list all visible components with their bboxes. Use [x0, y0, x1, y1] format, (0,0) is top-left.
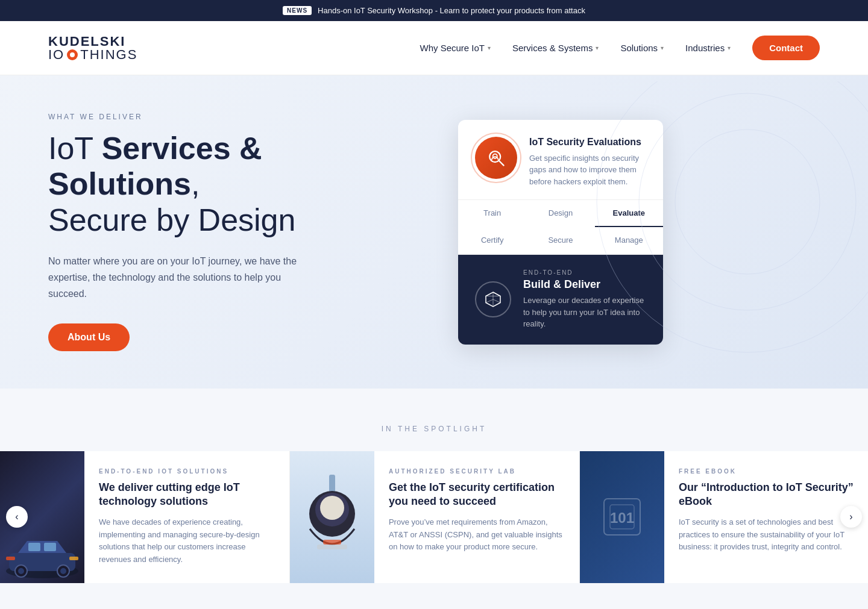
- hero-right: IoT Security Evaluations Get specific in…: [458, 120, 663, 345]
- svg-rect-6: [44, 543, 56, 551]
- svg-rect-13: [329, 475, 335, 493]
- hero-title-plain: IoT: [48, 131, 102, 166]
- hero-title-line2: Secure by Design: [48, 202, 295, 237]
- svg-rect-12: [69, 557, 78, 560]
- nav-solutions[interactable]: Solutions ▾: [620, 43, 664, 53]
- logo-iot: IO THINGS: [48, 48, 137, 61]
- tab-evaluate[interactable]: Evaluate: [595, 200, 663, 227]
- hero-title: IoT Services & Solutions, Secure by Desi…: [48, 131, 410, 239]
- chevron-down-icon: ▾: [596, 45, 599, 51]
- chevron-down-icon: ▾: [728, 45, 731, 51]
- card-bottom-description: Leverage our decades of expertise to hel…: [523, 295, 646, 330]
- cube-icon: [483, 290, 503, 309]
- spotlight-eyebrow-1: END-TO-END IOT SOLUTIONS: [99, 468, 275, 475]
- spotlight-img-lamp: [290, 451, 374, 583]
- carousel-prev-button[interactable]: ‹: [6, 506, 28, 528]
- build-deliver-icon: [475, 281, 511, 317]
- carousel-next-button[interactable]: ›: [840, 506, 862, 528]
- svg-rect-11: [6, 557, 15, 560]
- hero-section: WHAT WE DELIVER IoT Services & Solutions…: [0, 75, 868, 389]
- spotlight-title-2: Get the IoT security certification you n…: [389, 481, 565, 509]
- svg-point-2: [493, 154, 497, 158]
- hero-left: WHAT WE DELIVER IoT Services & Solutions…: [48, 113, 410, 352]
- svg-point-8: [18, 568, 24, 574]
- hero-eyebrow: WHAT WE DELIVER: [48, 113, 410, 121]
- svg-line-1: [499, 160, 504, 165]
- about-us-button[interactable]: About Us: [48, 323, 130, 351]
- chevron-down-icon: ▾: [488, 45, 491, 51]
- svg-point-0: [489, 151, 500, 162]
- news-text: Hands-on IoT Security Workshop - Learn t…: [318, 6, 585, 15]
- iot-book-icon: 101: [595, 490, 649, 544]
- main-nav: Why Secure IoT ▾ Services & Systems ▾ So…: [420, 36, 820, 60]
- logo[interactable]: KUDELSKI IO THINGS: [48, 35, 137, 61]
- nav-why-secure-iot[interactable]: Why Secure IoT ▾: [420, 43, 491, 53]
- tab-design[interactable]: Design: [526, 200, 594, 227]
- spotlight-desc-2: Prove you’ve met requirements from Amazo…: [389, 516, 565, 554]
- spotlight-img-ebook: 101: [580, 451, 664, 583]
- spotlight-title-3: Our “Introduction to IoT Security” eBook: [679, 481, 855, 509]
- tab-secure[interactable]: Secure: [526, 227, 594, 254]
- card-bottom-title: Build & Deliver: [523, 278, 646, 291]
- spotlight-label: IN THE SPOTLIGHT: [0, 425, 868, 433]
- header: KUDELSKI IO THINGS Why Secure IoT ▾ Serv…: [0, 21, 868, 75]
- spotlight-content-1: END-TO-END IOT SOLUTIONS We deliver cutt…: [84, 451, 289, 583]
- svg-rect-19: [317, 545, 347, 549]
- logo-kudelski: KUDELSKI: [48, 35, 137, 48]
- spotlight-card-3: 101 FREE EBOOK Our “Introduction to IoT …: [580, 451, 868, 583]
- card-top-title: IoT Security Evaluations: [529, 137, 646, 148]
- card-tabs: Train Design Evaluate Certify Secure Man…: [458, 199, 663, 255]
- spotlight-section: IN THE SPOTLIGHT EN: [0, 389, 868, 609]
- card-bottom-text: END-TO-END Build & Deliver Leverage our …: [523, 269, 646, 330]
- hero-description: No matter where you are on your IoT jour…: [48, 253, 313, 302]
- logo-io: IO: [48, 48, 64, 61]
- svg-point-10: [60, 568, 66, 574]
- card-top-text: IoT Security Evaluations Get specific in…: [529, 137, 646, 188]
- nav-industries-label: Industries: [685, 43, 725, 53]
- spotlight-eyebrow-3: FREE EBOOK: [679, 468, 855, 475]
- spotlight-title-1: We deliver cutting edge IoT technology s…: [99, 481, 275, 509]
- card-bottom-eyebrow: END-TO-END: [523, 269, 646, 276]
- chevron-down-icon: ▾: [661, 45, 664, 51]
- svg-rect-5: [28, 543, 40, 551]
- spotlight-eyebrow-2: AUTHORIZED SECURITY LAB: [389, 468, 565, 475]
- spotlight-card-2: AUTHORIZED SECURITY LAB Get the IoT secu…: [290, 451, 579, 583]
- card-top-description: Get specific insights on security gaps a…: [529, 152, 646, 188]
- tab-manage[interactable]: Manage: [595, 227, 663, 254]
- card-bottom: END-TO-END Build & Deliver Leverage our …: [458, 255, 663, 345]
- spotlight-card-1: END-TO-END IOT SOLUTIONS We deliver cutt…: [0, 451, 289, 583]
- nav-industries[interactable]: Industries ▾: [685, 43, 731, 53]
- security-eval-icon: [475, 137, 517, 179]
- logo-dot: [67, 49, 78, 60]
- svg-rect-18: [323, 540, 341, 545]
- spotlight-carousel: END-TO-END IOT SOLUTIONS We deliver cutt…: [0, 451, 868, 583]
- spotlight-desc-1: We have decades of experience creating, …: [99, 516, 275, 566]
- tab-certify[interactable]: Certify: [458, 227, 526, 254]
- svg-text:101: 101: [610, 510, 634, 526]
- nav-why-secure-iot-label: Why Secure IoT: [420, 43, 485, 53]
- svg-point-17: [320, 496, 344, 520]
- search-lock-icon: [485, 147, 507, 169]
- news-badge: NEWS: [283, 6, 312, 15]
- lamp-illustration: [305, 475, 359, 559]
- news-bar: NEWS Hands-on IoT Security Workshop - Le…: [0, 0, 868, 21]
- nav-solutions-label: Solutions: [620, 43, 658, 53]
- car-illustration: [3, 535, 81, 583]
- spotlight-desc-3: IoT security is a set of technologies an…: [679, 516, 855, 554]
- card-panel: IoT Security Evaluations Get specific in…: [458, 120, 663, 345]
- logo-things: THINGS: [80, 48, 137, 61]
- contact-button[interactable]: Contact: [752, 36, 820, 60]
- nav-services-systems[interactable]: Services & Systems ▾: [512, 43, 599, 53]
- spotlight-content-2: AUTHORIZED SECURITY LAB Get the IoT secu…: [374, 451, 579, 583]
- card-top: IoT Security Evaluations Get specific in…: [458, 120, 663, 200]
- spotlight-content-3: FREE EBOOK Our “Introduction to IoT Secu…: [664, 451, 868, 583]
- tab-train[interactable]: Train: [458, 200, 526, 227]
- nav-services-systems-label: Services & Systems: [512, 43, 593, 53]
